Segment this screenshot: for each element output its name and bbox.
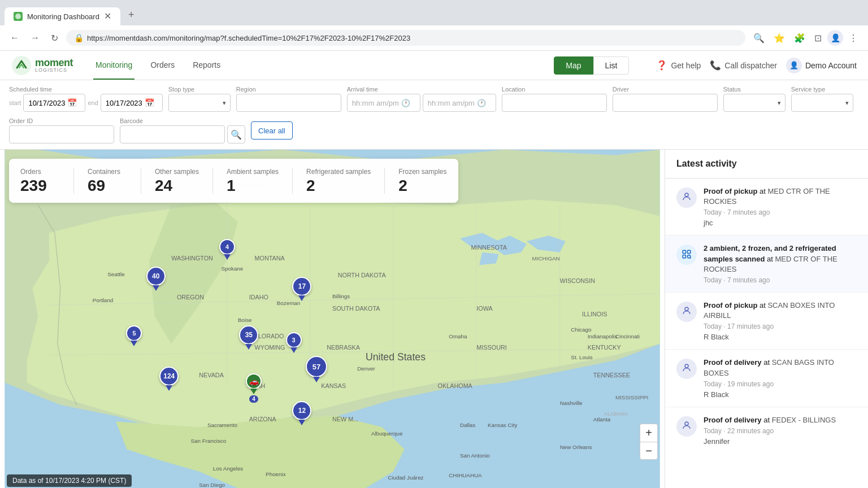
activity-user-3: R Black	[704, 390, 857, 399]
activity-item-1[interactable]: 2 ambient, 2 frozen, and 2 refrigerated …	[665, 236, 868, 293]
service-type-select[interactable]	[791, 94, 853, 112]
order-id-input[interactable]	[9, 125, 114, 143]
bookmark-btn[interactable]: ⭐	[770, 30, 788, 46]
map-pin-12[interactable]: 12	[292, 401, 311, 425]
svg-text:Ciudad Juárez: Ciudad Juárez	[388, 474, 423, 481]
activity-item-0[interactable]: Proof of pickup at MED CTR OF THE ROCKIE…	[665, 178, 868, 236]
nav-orders[interactable]: Orders	[148, 51, 177, 80]
activity-prep-1: at	[767, 255, 775, 263]
svg-text:TENNESSEE: TENNESSEE	[593, 372, 630, 378]
user-avatar: 👤	[786, 58, 802, 73]
clear-all-button[interactable]: Clear all	[251, 121, 293, 140]
address-bar[interactable]: 🔒 https://momentdash.com/monitoring/map?…	[66, 30, 745, 46]
activity-user-2: R Black	[704, 333, 857, 341]
activity-title-2: Proof of pickup at SCAN BOXES INTO AIRBI…	[704, 300, 857, 321]
extensions-btn[interactable]: 🧩	[791, 30, 809, 46]
nav-monitoring[interactable]: Monitoring	[93, 51, 134, 80]
pin-tail-35	[245, 344, 252, 350]
barcode-input[interactable]	[120, 125, 225, 143]
map-pin-5[interactable]: 5	[126, 325, 142, 346]
arrival-time-inputs: hh:mm am/pm 🕐 hh:mm am/pm 🕐	[347, 94, 496, 112]
pin-tail-40	[153, 285, 159, 291]
svg-text:Atlanta: Atlanta	[593, 416, 611, 422]
map-pin-3[interactable]: 3	[286, 332, 302, 353]
pin-tail-car	[250, 389, 257, 394]
map-pin-car-4[interactable]: 🚗 4	[246, 373, 262, 403]
call-dispatcher-btn[interactable]: 📞 Call dispatcher	[710, 60, 777, 71]
activity-item-4[interactable]: Proof of delivery at FEDEX - BILLINGS To…	[665, 407, 868, 454]
activity-panel: Latest activity Proof of pickup at MED C…	[665, 150, 868, 488]
svg-text:Sacramento: Sacramento	[207, 422, 237, 428]
svg-text:KENTUCKY: KENTUCKY	[588, 344, 621, 351]
svg-text:Denver: Denver	[357, 365, 375, 372]
svg-text:WISCONSIN: WISCONSIN	[560, 277, 595, 284]
map-pin-35[interactable]: 35	[239, 325, 258, 350]
location-input[interactable]	[502, 94, 607, 112]
map-area[interactable]: WASHINGTON OREGON IDAHO MONTANA NORTH DA…	[0, 150, 665, 488]
pin-tail-5	[131, 341, 137, 346]
map-pin-17[interactable]: 17	[292, 277, 311, 301]
active-tab[interactable]: Monitoring Dashboard ✕	[5, 7, 120, 25]
ambient-value: 1	[227, 178, 236, 194]
back-button[interactable]: ←	[7, 30, 23, 45]
activity-header: Latest activity	[665, 150, 868, 178]
activity-title-0: Proof of pickup at MED CTR OF THE ROCKIE…	[704, 186, 857, 207]
activity-action-2: Proof of pickup	[704, 301, 757, 310]
driver-label: Driver	[613, 86, 718, 93]
start-date-value: 10/17/2023	[28, 99, 65, 107]
start-date-input[interactable]: 10/17/2023 📅	[23, 94, 85, 112]
svg-text:Boise: Boise	[238, 317, 252, 323]
svg-text:OKLAHOMA: OKLAHOMA	[438, 382, 473, 389]
zoom-in-button[interactable]: +	[640, 424, 658, 442]
svg-text:Indianapolis: Indianapolis	[588, 333, 617, 339]
svg-text:NEBRASKA: NEBRASKA	[327, 344, 361, 351]
frozen-value: 2	[398, 178, 407, 194]
region-label: Region	[236, 86, 341, 93]
user-account[interactable]: 👤 Demo Account	[786, 58, 857, 73]
new-tab-button[interactable]: +	[121, 5, 141, 25]
list-view-btn[interactable]: List	[593, 56, 630, 75]
divider-3	[212, 168, 213, 194]
svg-text:WYOMING: WYOMING	[254, 344, 285, 351]
logo: moment LOGISTICS	[11, 55, 73, 76]
split-screen-btn[interactable]: ⊡	[811, 30, 825, 46]
arrival-time-start[interactable]: hh:mm am/pm 🕐	[347, 94, 420, 112]
forward-button[interactable]: →	[27, 30, 43, 45]
car-icon: 🚗	[249, 377, 259, 386]
zoom-out-button[interactable]: −	[640, 442, 658, 460]
svg-text:San Diego: San Diego	[199, 482, 225, 488]
map-pin-4[interactable]: 4	[219, 239, 235, 260]
svg-rect-67	[683, 250, 685, 253]
search-button[interactable]: 🔍	[227, 125, 245, 143]
map-pin-57[interactable]: 57	[306, 356, 327, 382]
app: moment LOGISTICS Monitoring Orders Repor…	[0, 51, 868, 488]
stop-type-select[interactable]	[168, 94, 231, 112]
map-view-btn[interactable]: Map	[554, 56, 593, 75]
tab-close-btn[interactable]: ✕	[104, 12, 111, 21]
map-pin-40[interactable]: 40	[146, 267, 166, 291]
order-id-label: Order ID	[9, 117, 114, 124]
nav-reports[interactable]: Reports	[190, 51, 223, 80]
status-select[interactable]	[723, 94, 785, 112]
orders-label: Orders	[20, 168, 41, 176]
map-pin-124[interactable]: 124	[159, 367, 179, 391]
arrival-time-end[interactable]: hh:mm am/pm 🕐	[423, 94, 496, 112]
refrigerated-value: 2	[306, 178, 315, 194]
activity-item-3[interactable]: Proof of delivery at SCAN BAGS INTO BOXE…	[665, 350, 868, 407]
location-label: Location	[502, 86, 607, 93]
activity-item-2[interactable]: Proof of pickup at SCAN BOXES INTO AIRBI…	[665, 293, 868, 350]
svg-text:Chicago: Chicago	[571, 326, 592, 333]
menu-btn[interactable]: ⋮	[845, 30, 861, 46]
activity-avatar-3	[676, 359, 697, 379]
svg-text:Portland: Portland	[93, 297, 114, 303]
profile-btn[interactable]: 👤	[827, 30, 843, 46]
pin-circle-5: 5	[126, 325, 142, 341]
get-help-btn[interactable]: ❓ Get help	[656, 60, 701, 71]
svg-text:MISSISSIPPI: MISSISSIPPI	[615, 394, 648, 400]
svg-text:Omaha: Omaha	[449, 333, 467, 339]
region-input[interactable]	[236, 94, 341, 112]
reload-button[interactable]: ↻	[47, 30, 62, 46]
driver-input[interactable]	[613, 94, 718, 112]
search-toolbar-btn[interactable]: 🔍	[750, 30, 768, 46]
end-date-input[interactable]: 10/17/2023 📅	[101, 94, 163, 112]
